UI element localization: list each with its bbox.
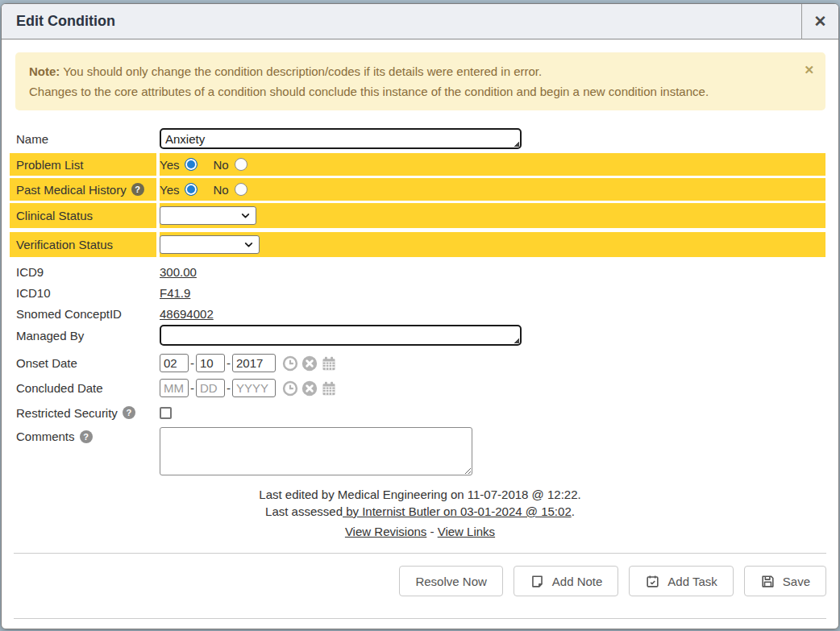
- edit-condition-dialog: Edit Condition ✕ Note: You should only c…: [1, 3, 839, 629]
- chevron-down-icon: [240, 210, 251, 221]
- save-icon: [760, 574, 776, 589]
- pmh-no-label: No: [213, 183, 228, 197]
- history-block: Last edited by Medical Engineering on 11…: [2, 486, 838, 540]
- dialog-header: Edit Condition ✕: [2, 4, 838, 39]
- last-edited-text: Last edited by Medical Engineering on 11…: [2, 486, 838, 503]
- managed-by-label: Managed By: [10, 325, 156, 346]
- icd10-code-link[interactable]: F41.9: [160, 286, 190, 300]
- problem-list-yes-radio[interactable]: [185, 158, 198, 171]
- problem-list-no-radio[interactable]: [235, 158, 247, 171]
- add-note-button[interactable]: Add Note: [514, 566, 619, 596]
- clinical-status-select[interactable]: [160, 206, 256, 225]
- onset-year-input[interactable]: [232, 354, 276, 372]
- clinical-status-label: Clinical Status: [10, 203, 156, 228]
- view-revisions-link[interactable]: View Revisions: [345, 525, 426, 538]
- problem-list-label: Problem List: [10, 153, 156, 176]
- note-line-2: Changes to the core attributes of a cond…: [29, 81, 793, 102]
- icd9-code-link[interactable]: 300.00: [160, 265, 197, 279]
- pmh-yes-label: Yes: [160, 183, 179, 197]
- onset-day-input[interactable]: [196, 354, 225, 372]
- dialog-title: Edit Condition: [2, 13, 801, 30]
- restricted-security-row: Restricted Security ?: [10, 403, 825, 422]
- last-assessed-text: Last assessed by Internist Butler on 03-…: [2, 503, 838, 520]
- name-label: Name: [10, 128, 156, 149]
- comments-label: Comments ?: [10, 427, 156, 443]
- past-medical-history-label: Past Medical History ?: [10, 178, 156, 201]
- past-medical-history-row: Past Medical History ? Yes No: [10, 178, 825, 201]
- resolve-now-button[interactable]: Resolve Now: [399, 566, 502, 596]
- name-input[interactable]: [160, 128, 522, 149]
- comments-row: Comments ?: [10, 427, 825, 475]
- snomed-code-link[interactable]: 48694002: [160, 307, 214, 321]
- restricted-security-help-icon[interactable]: ?: [123, 406, 135, 419]
- concluded-date-label: Concluded Date: [10, 377, 156, 399]
- date-separator: -: [190, 381, 194, 395]
- clinical-status-row: Clinical Status: [10, 203, 825, 228]
- name-row: Name: [10, 128, 825, 149]
- last-assessed-link[interactable]: by Internist Butler on 03-01-2024 @ 15:0…: [343, 504, 572, 518]
- clear-date-icon[interactable]: [301, 355, 318, 372]
- link-separator: -: [426, 525, 437, 538]
- onset-month-input[interactable]: [160, 354, 189, 372]
- icd10-row: ICD10 F41.9: [10, 283, 825, 302]
- note-dismiss-icon[interactable]: ✕: [804, 60, 814, 80]
- onset-date-label: Onset Date: [10, 352, 156, 374]
- verification-status-label: Verification Status: [10, 232, 156, 257]
- note-line-1: Note: You should only change the conditi…: [29, 61, 793, 81]
- verification-status-row: Verification Status: [10, 232, 825, 257]
- chevron-down-icon: [243, 239, 254, 250]
- clock-icon[interactable]: [282, 380, 298, 396]
- comments-textarea[interactable]: [160, 427, 472, 475]
- clock-icon[interactable]: [282, 355, 298, 372]
- icd9-label: ICD9: [10, 262, 156, 281]
- problem-list-row: Problem List Yes No: [10, 153, 825, 176]
- footer-divider-bottom: [14, 618, 826, 619]
- footer-divider-top: [14, 553, 826, 554]
- view-links-link[interactable]: View Links: [438, 525, 495, 538]
- calendar-icon[interactable]: [321, 380, 337, 396]
- concluded-month-input[interactable]: [160, 379, 189, 397]
- restricted-security-checkbox[interactable]: [160, 407, 172, 419]
- calendar-check-icon: [645, 574, 660, 589]
- clear-date-icon[interactable]: [301, 380, 318, 396]
- onset-date-row: Onset Date - -: [10, 352, 825, 374]
- past-medical-history-help-icon[interactable]: ?: [131, 183, 144, 196]
- concluded-year-input[interactable]: [232, 379, 276, 397]
- restricted-security-label: Restricted Security ?: [10, 403, 156, 422]
- pmh-no-radio[interactable]: [235, 183, 247, 196]
- pmh-yes-radio[interactable]: [185, 183, 198, 196]
- note-prefix: Note:: [29, 64, 60, 78]
- calendar-icon[interactable]: [321, 355, 337, 372]
- close-icon: ✕: [814, 12, 827, 31]
- snomed-row: Snomed ConceptID 48694002: [10, 304, 825, 323]
- date-separator: -: [227, 356, 231, 370]
- date-separator: -: [190, 356, 194, 370]
- note-icon: [530, 574, 545, 589]
- comments-help-icon[interactable]: ?: [80, 430, 93, 443]
- managed-by-row: Managed By: [10, 325, 825, 346]
- managed-by-input[interactable]: [160, 325, 522, 346]
- problem-list-no-label: No: [213, 158, 228, 172]
- condition-form: Name Problem List Yes No Past: [10, 128, 825, 475]
- verification-status-select[interactable]: [160, 235, 260, 254]
- icd9-row: ICD9 300.00: [10, 262, 825, 281]
- action-button-bar: Resolve Now Add Note Add Task Save: [2, 566, 826, 596]
- icd10-label: ICD10: [10, 283, 156, 302]
- date-separator: -: [227, 381, 231, 395]
- note-banner: Note: You should only change the conditi…: [15, 52, 825, 110]
- concluded-date-row: Concluded Date - -: [10, 377, 825, 399]
- add-task-button[interactable]: Add Task: [629, 566, 733, 596]
- save-button[interactable]: Save: [744, 566, 826, 596]
- snomed-label: Snomed ConceptID: [10, 304, 156, 323]
- concluded-day-input[interactable]: [196, 379, 225, 397]
- problem-list-yes-label: Yes: [160, 158, 179, 172]
- dialog-close-button[interactable]: ✕: [801, 4, 838, 39]
